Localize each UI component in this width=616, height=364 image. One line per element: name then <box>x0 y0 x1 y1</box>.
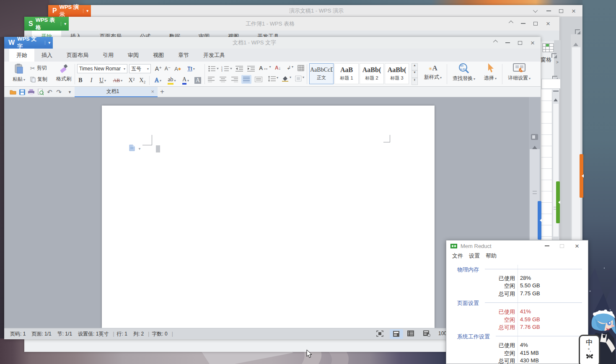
writer-side-pull-tab[interactable] <box>538 201 541 240</box>
writer-tab-dev-tools[interactable]: 开发工具 <box>196 49 232 62</box>
presentation-side-pull-tab[interactable] <box>580 154 583 198</box>
spreadsheet-side-pull-tab[interactable] <box>556 181 560 223</box>
spreadsheet-namebox-fragment[interactable] <box>541 79 561 89</box>
insert-table-icon[interactable] <box>298 65 304 71</box>
spreadsheet-maximize-button[interactable] <box>529 19 542 28</box>
web-layout-view-button[interactable] <box>423 330 430 337</box>
presentation-badge-dropdown-icon[interactable]: ▾ <box>83 9 88 13</box>
shrink-font-button[interactable]: A⁻ <box>163 64 173 73</box>
bold-button[interactable]: B <box>75 76 85 85</box>
freeze-panes-icon[interactable] <box>542 43 554 52</box>
font-color-button[interactable]: A▾ <box>179 76 192 85</box>
increase-indent-icon[interactable] <box>247 66 255 72</box>
spreadsheet-minimize-button[interactable] <box>517 19 529 28</box>
quickbar-dropdown-icon[interactable]: ▼ <box>66 88 73 96</box>
presentation-minimize-button[interactable] <box>542 6 555 15</box>
presentation-app-badge[interactable]: P WPS 演示 ▾ <box>48 5 91 17</box>
style-card-body-text[interactable]: AaBbCcD 正文 <box>309 63 334 84</box>
writer-titlebar[interactable]: W WPS 文字 ▾ 文档1 - WPS 文字 × <box>4 37 541 49</box>
reading-layout-icon[interactable] <box>531 134 538 140</box>
presentation-close-button[interactable]: × <box>567 6 580 15</box>
split-box-handle[interactable] <box>553 90 559 92</box>
cut-button[interactable]: ✂ 剪切 <box>30 65 47 72</box>
scroll-up-icon[interactable] <box>554 96 558 101</box>
character-shading-button[interactable]: A <box>193 76 203 85</box>
presentation-collapse-ribbon-button[interactable] <box>530 6 542 15</box>
document-page[interactable]: ▼ <box>102 106 435 328</box>
writer-maximize-button[interactable] <box>514 38 526 47</box>
writer-tab-insert[interactable]: 插入 <box>34 49 60 62</box>
numbered-list-icon[interactable]: 123 <box>221 66 232 72</box>
presentation-scroll-up-icon[interactable] <box>573 40 578 46</box>
italic-button[interactable]: I <box>86 76 96 85</box>
distribute-text-icon[interactable] <box>255 77 262 82</box>
writer-app-badge[interactable]: W WPS 文字 ▾ <box>4 37 53 49</box>
presentation-titlebar[interactable]: P WPS 演示 ▾ 演示文稿1 - WPS 演示 × <box>48 5 582 17</box>
spreadsheet-app-badge[interactable]: S WPS 表格 ▾ <box>24 17 69 31</box>
spreadsheet-expand-ribbon-button[interactable] <box>504 19 517 28</box>
superscript-button[interactable]: X² <box>127 76 137 85</box>
menu-file[interactable]: 文件 <box>452 252 463 260</box>
select-button[interactable]: 选择▾ <box>480 62 500 87</box>
spreadsheet-titlebar[interactable]: S WPS 表格 ▾ 工作簿1 - WPS 表格 × <box>24 17 559 31</box>
style-card-heading2[interactable]: AaBb( 标题 2 <box>360 63 384 84</box>
writer-scroll-up-icon[interactable] <box>532 143 537 149</box>
writer-close-button[interactable]: × <box>526 38 539 47</box>
grow-font-button[interactable]: A⁺ <box>153 64 163 73</box>
spreadsheet-close-button[interactable]: × <box>542 19 554 28</box>
outline-view-button[interactable] <box>407 330 414 336</box>
align-center-icon[interactable] <box>220 77 226 82</box>
font-name-combo[interactable]: Times New Romar▾ <box>77 64 127 73</box>
style-card-heading3[interactable]: AaBb( 标题 3 <box>385 63 409 84</box>
new-style-button[interactable]: ✳A 新样式▾ <box>421 62 445 87</box>
writer-tab-references[interactable]: 引用 <box>96 49 121 62</box>
styles-scroll-down-button[interactable]: ▼ <box>412 70 418 77</box>
subscript-button[interactable]: X₂ <box>137 76 148 85</box>
align-left-icon[interactable] <box>208 77 215 82</box>
status-setting-value[interactable]: 设置值: 1英寸 <box>78 330 109 338</box>
strikethrough-button[interactable]: AB▾ <box>110 76 126 85</box>
decrease-indent-icon[interactable] <box>236 66 243 72</box>
find-replace-button[interactable]: ab↳ac 查找替换▾ <box>449 62 479 87</box>
highlight-color-button[interactable]: ab▾ <box>165 76 179 85</box>
change-case-button[interactable]: Tt▾ <box>184 64 198 73</box>
print-icon[interactable] <box>28 88 35 96</box>
sort-button[interactable]: A↓ <box>275 65 281 71</box>
presentation-scrollbar-thumb[interactable] <box>572 47 581 244</box>
writer-expand-ribbon-button[interactable] <box>489 38 501 47</box>
phonetic-guide-button[interactable]: A◆ <box>173 64 183 73</box>
redo-icon[interactable]: ↷ <box>55 88 62 96</box>
document-tab[interactable]: 文档1 × <box>75 87 158 97</box>
shading-button[interactable]: ▾ <box>282 75 291 82</box>
font-size-combo[interactable]: 五号▾ <box>129 64 151 73</box>
spreadsheet-dialog-launcher-icon[interactable] <box>575 29 580 34</box>
writer-dialog-launcher-icon[interactable] <box>551 53 556 58</box>
new-document-tab-button[interactable]: + <box>160 88 164 96</box>
status-word-count[interactable]: 字数: 0 <box>152 330 167 338</box>
detail-settings-button[interactable]: 详细设置▾ <box>505 62 533 87</box>
page-setup-dropdown-icon[interactable]: ▼ <box>138 147 141 151</box>
memreduct-close-button[interactable]: × <box>569 242 585 250</box>
line-spacing-button[interactable]: ▾ <box>268 76 278 82</box>
writer-tab-page-layout[interactable]: 页面布局 <box>60 49 96 62</box>
justify-button[interactable] <box>241 75 251 84</box>
ime-indicator-panel[interactable]: 中 °, <box>579 335 600 364</box>
memreduct-maximize-button[interactable] <box>554 242 569 250</box>
styles-scroll-up-button[interactable]: ▲ <box>412 63 418 70</box>
page-setup-quick-icon[interactable] <box>129 145 135 151</box>
show-marks-button[interactable]: ↲▾ <box>287 65 293 71</box>
character-scale-button[interactable]: A↔▾ <box>259 65 271 71</box>
writer-tab-home[interactable]: 开始 <box>9 49 34 62</box>
format-painter-button[interactable]: 格式刷 <box>54 62 74 87</box>
underline-button[interactable]: U▾ <box>96 76 109 85</box>
menu-help[interactable]: 帮助 <box>486 252 497 260</box>
align-right-icon[interactable] <box>231 77 238 82</box>
writer-tab-review[interactable]: 审阅 <box>121 49 146 62</box>
presentation-maximize-button[interactable] <box>555 6 567 15</box>
open-file-icon[interactable] <box>9 88 16 96</box>
print-preview-icon[interactable] <box>37 88 44 96</box>
save-icon[interactable] <box>18 88 26 96</box>
undo-icon[interactable]: ↶ <box>46 88 53 96</box>
borders-button[interactable]: ▾ <box>295 75 304 82</box>
menu-settings[interactable]: 设置 <box>469 252 480 260</box>
